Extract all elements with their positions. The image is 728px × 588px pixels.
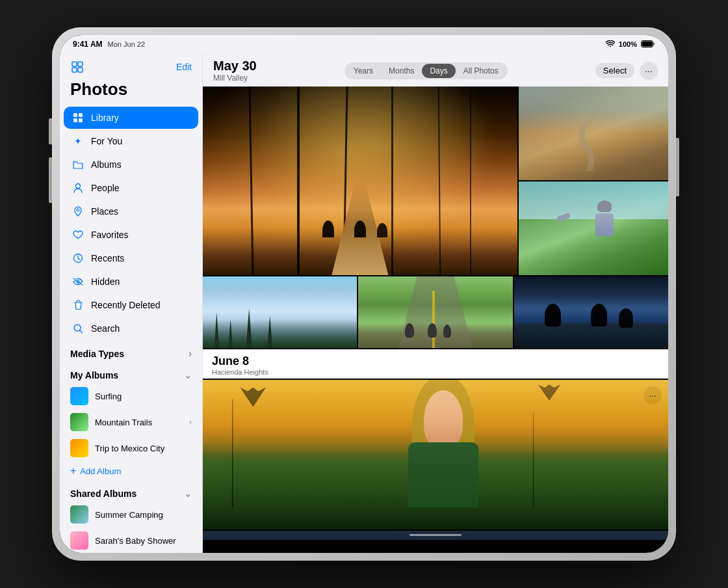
more-button[interactable]: ··· xyxy=(640,62,658,80)
scroll-indicator xyxy=(410,534,462,536)
media-types-label: Media Types xyxy=(70,349,124,359)
sidebar-item-recents-label: Recents xyxy=(91,253,124,263)
pin-icon xyxy=(72,205,84,218)
shared-albums-section-header[interactable]: Shared Albums ⌄ xyxy=(60,481,202,501)
my-albums-label: My Albums xyxy=(70,370,118,381)
svg-rect-5 xyxy=(78,68,83,72)
album-mountain-trails-label: Mountain Trails xyxy=(95,418,152,427)
my-albums-chevron: ⌄ xyxy=(184,370,192,381)
magnifier-icon xyxy=(72,322,84,335)
sidebar-item-hidden[interactable]: Hidden xyxy=(64,271,198,293)
section-2-date-bar: June 8 Hacienda Heights xyxy=(203,349,668,379)
app-title: Photos xyxy=(60,77,202,106)
album-sarahs-baby-shower-label: Sarah's Baby Shower xyxy=(95,536,176,546)
sidebar-item-favorites[interactable]: Favorites xyxy=(64,224,198,246)
section-2-more-button[interactable]: ··· xyxy=(644,386,662,405)
shared-albums-label: Shared Albums xyxy=(70,488,136,499)
photo-forest[interactable] xyxy=(203,87,517,275)
sidebar-item-recents[interactable]: Recents xyxy=(64,247,198,269)
svg-rect-6 xyxy=(73,113,77,117)
add-album-plus-icon: + xyxy=(70,465,76,477)
svg-point-10 xyxy=(76,184,81,189)
section-2-location: Hacienda Heights xyxy=(212,368,659,376)
sidebar-item-hidden-label: Hidden xyxy=(91,276,120,287)
timeline-header: May 30 Mill Valley Years Months Days All… xyxy=(203,53,668,87)
svg-rect-8 xyxy=(73,118,77,122)
wifi-icon xyxy=(606,40,615,48)
person-icon xyxy=(72,181,84,194)
sidebar-item-search[interactable]: Search xyxy=(64,317,198,340)
section-location: Mill Valley xyxy=(213,74,257,83)
photo-silhouette-cyclists[interactable] xyxy=(514,276,668,348)
status-bar: 9:41 AM Mon Jun 22 100% xyxy=(60,35,668,53)
tab-days[interactable]: Days xyxy=(422,64,455,78)
svg-rect-1 xyxy=(642,41,653,46)
album-summer-camping[interactable]: Summer Camping xyxy=(60,501,202,528)
status-date: Mon Jun 22 xyxy=(108,40,145,48)
album-thumb-mexico xyxy=(70,439,88,457)
shared-albums-chevron: ⌄ xyxy=(184,488,192,499)
heart-icon xyxy=(72,228,84,241)
app-layout: Edit Photos xyxy=(60,53,668,553)
sidebar-item-favorites-label: Favorites xyxy=(91,230,129,240)
album-mountain-trails[interactable]: Mountain Trails › xyxy=(60,409,202,435)
sidebar-item-people[interactable]: People xyxy=(64,177,198,199)
my-albums-section-header[interactable]: My Albums ⌄ xyxy=(60,362,202,383)
sidebar-navigation: Library ✦ For You xyxy=(60,106,202,340)
grid-row-portrait: ··· xyxy=(203,380,668,529)
sidebar-item-search-label: Search xyxy=(91,323,120,334)
media-types-section-header[interactable]: Media Types › xyxy=(60,340,202,362)
sidebar-item-recently-deleted-label: Recently Deleted xyxy=(91,300,161,310)
album-thumb-baby xyxy=(70,531,88,550)
sidebar-item-for-you[interactable]: ✦ For You xyxy=(64,130,198,152)
tab-years[interactable]: Years xyxy=(346,64,381,78)
sparkles-icon: ✦ xyxy=(72,135,84,148)
sidebar-item-recently-deleted[interactable]: Recently Deleted xyxy=(64,294,198,316)
add-album-button[interactable]: + Add Album xyxy=(60,461,202,481)
section-date: May 30 xyxy=(213,59,257,74)
battery-text: 100% xyxy=(619,40,637,48)
album-surfing-label: Surfing xyxy=(95,392,122,401)
section-2-header: June 8 Hacienda Heights xyxy=(203,349,668,379)
view-tabs: Years Months Days All Photos xyxy=(344,62,508,79)
header-actions: Select ··· xyxy=(595,62,658,80)
add-album-label: Add Album xyxy=(80,466,121,476)
album-sarahs-baby-shower[interactable]: Sarah's Baby Shower xyxy=(60,528,202,553)
svg-point-11 xyxy=(77,209,79,211)
sidebar-item-places-label: Places xyxy=(91,206,118,217)
sidebar-item-library[interactable]: Library xyxy=(64,107,198,129)
album-surfing[interactable]: Surfing xyxy=(60,383,202,409)
tab-all-photos[interactable]: All Photos xyxy=(456,64,506,78)
battery-icon xyxy=(641,40,655,49)
svg-rect-9 xyxy=(79,118,83,122)
edit-button[interactable]: Edit xyxy=(176,62,192,72)
album-mexico[interactable]: Trip to Mexico City xyxy=(60,435,202,461)
photo-cycling-road[interactable] xyxy=(358,276,512,348)
svg-rect-2 xyxy=(72,62,77,66)
photo-portrait-girl[interactable]: ··· xyxy=(203,380,668,529)
status-time: 9:41 AM xyxy=(73,40,103,49)
date-info: May 30 Mill Valley xyxy=(213,59,257,83)
photo-winding-road[interactable] xyxy=(519,87,668,180)
svg-rect-3 xyxy=(78,62,83,66)
photo-foggy-valley[interactable] xyxy=(203,276,357,348)
album-thumb-camping xyxy=(70,505,88,524)
photo-female-cyclist[interactable] xyxy=(519,181,668,275)
sidebar-item-people-label: People xyxy=(91,183,120,193)
album-thumb-surfing xyxy=(70,387,88,405)
section-2-date: June 8 xyxy=(212,354,659,368)
select-button[interactable]: Select xyxy=(595,63,634,78)
sidebar: Edit Photos xyxy=(60,53,203,553)
svg-point-14 xyxy=(74,325,81,331)
photo-grid-icon xyxy=(72,111,84,124)
tab-months[interactable]: Months xyxy=(381,64,422,78)
trash-icon xyxy=(72,299,84,312)
sidebar-item-albums-label: Albums xyxy=(91,159,122,170)
more-dots-icon[interactable]: ··· xyxy=(644,386,662,405)
sidebar-item-places[interactable]: Places xyxy=(64,200,198,222)
folder-icon xyxy=(72,158,84,171)
sidebar-grid-icon[interactable] xyxy=(70,60,84,74)
sidebar-item-albums[interactable]: Albums xyxy=(64,154,198,176)
sidebar-top: Edit xyxy=(60,53,202,77)
album-mexico-label: Trip to Mexico City xyxy=(95,444,164,453)
